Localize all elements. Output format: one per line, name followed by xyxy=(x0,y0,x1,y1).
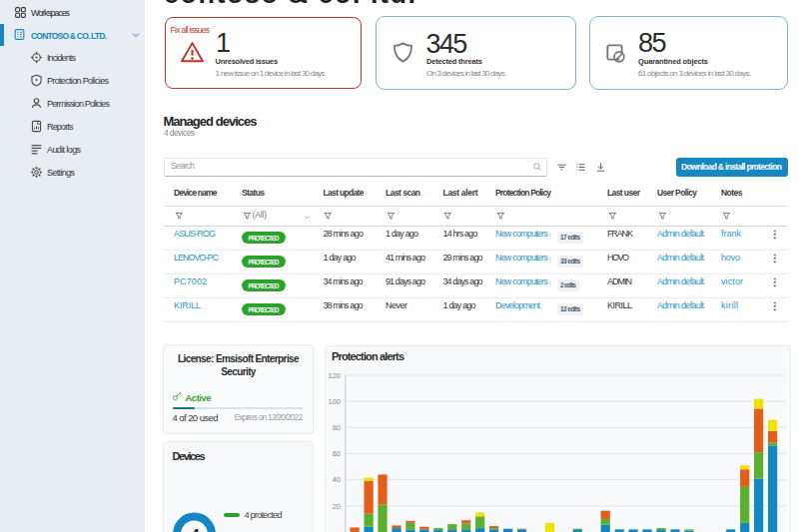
svg-text:40: 40 xyxy=(332,475,340,484)
svg-text:100: 100 xyxy=(328,397,341,406)
svg-text:60: 60 xyxy=(332,449,340,458)
svg-text:20: 20 xyxy=(332,502,340,511)
svg-text:120: 120 xyxy=(328,371,341,380)
svg-text:80: 80 xyxy=(332,423,340,432)
